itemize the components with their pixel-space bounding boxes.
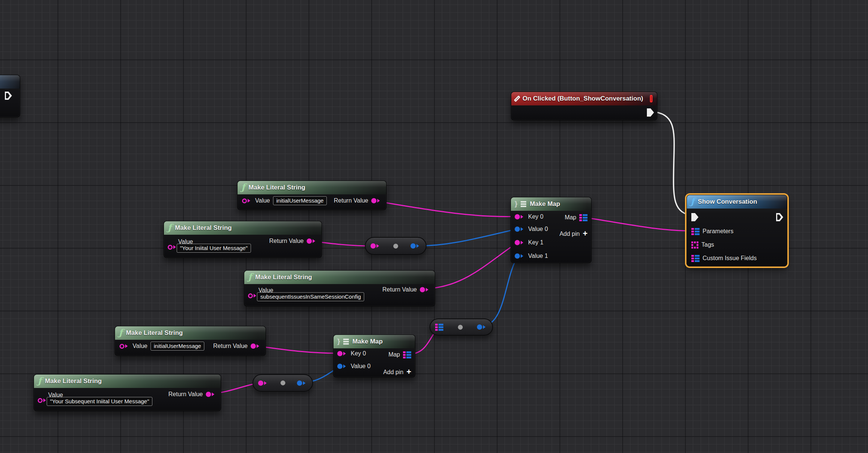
convert-out-pin[interactable] bbox=[410, 243, 421, 249]
convert-out-pin[interactable] bbox=[297, 380, 307, 386]
node-title: Make Map bbox=[530, 200, 560, 208]
return-value-pin[interactable] bbox=[307, 238, 317, 244]
value-input[interactable]: subsequentIssuesInSameSessionConfig bbox=[257, 292, 364, 301]
parameters-map-pin-icon[interactable] bbox=[691, 228, 700, 235]
partial-node-header bbox=[0, 75, 20, 89]
return-row: Return Value bbox=[269, 236, 317, 246]
exec-in-pin[interactable] bbox=[691, 213, 698, 221]
value-input[interactable]: initialUserMessage bbox=[273, 196, 327, 205]
convert-node-3[interactable] bbox=[252, 374, 313, 392]
key0-label: Key 0 bbox=[528, 213, 543, 220]
node-show-conversation[interactable]: ƒ Show Conversation Parameters Tags Cust… bbox=[686, 195, 787, 266]
tags-row: Tags bbox=[691, 240, 714, 250]
custom-issue-fields-map-pin-icon[interactable] bbox=[691, 255, 700, 262]
key1-pin[interactable] bbox=[515, 240, 525, 245]
node-make-literal-string-5[interactable]: ƒ Make Literal String Value "Your Subseq… bbox=[34, 374, 221, 411]
wire-map-makemap1-to-showconversation-parameters[interactable] bbox=[583, 217, 693, 231]
node-header: ƒ Make Literal String bbox=[34, 375, 221, 388]
add-pin-button[interactable]: + bbox=[406, 368, 411, 376]
convert-in-pin[interactable] bbox=[258, 380, 269, 386]
return-row: Return Value bbox=[168, 389, 216, 399]
return-value-label: Return Value bbox=[269, 238, 304, 244]
convert-dot-icon bbox=[393, 244, 398, 249]
value-label: Value bbox=[255, 197, 270, 204]
value1-label: Value 1 bbox=[528, 253, 548, 259]
return-value-pin[interactable] bbox=[420, 287, 430, 292]
wire-string-mls1-to-makemap1-key0[interactable] bbox=[376, 201, 518, 216]
convert-in-map-pin-icon[interactable] bbox=[435, 324, 443, 331]
tags-label: Tags bbox=[701, 241, 714, 248]
node-make-literal-string-4[interactable]: ƒ Make Literal String Value initialUserM… bbox=[115, 326, 266, 356]
return-row: Return Value bbox=[213, 341, 261, 351]
node-make-map-1[interactable]: } Make Map Key 0 Value 0 Key 1 Value 1 M… bbox=[511, 197, 592, 263]
map-out-label: Map bbox=[565, 214, 576, 221]
add-pin-label: Add pin bbox=[383, 369, 403, 376]
add-pin-button[interactable]: + bbox=[583, 229, 588, 238]
exec-out-pin[interactable] bbox=[5, 92, 12, 100]
return-value-pin[interactable] bbox=[371, 198, 382, 203]
value0-row: Value 0 bbox=[337, 361, 371, 371]
exec-out-pin[interactable] bbox=[647, 108, 654, 117]
function-icon: ƒ bbox=[248, 272, 252, 281]
return-value-label: Return Value bbox=[213, 343, 248, 349]
value-row: Value initialUserMessage bbox=[242, 196, 327, 206]
value-pin[interactable] bbox=[120, 344, 130, 349]
key0-row: Key 0 bbox=[337, 349, 366, 358]
node-title: Make Literal String bbox=[45, 378, 102, 385]
delegate-pin-icon[interactable] bbox=[650, 95, 652, 102]
custom-issue-fields-row: Custom Issue Fields bbox=[691, 253, 757, 263]
key1-row: Key 1 bbox=[515, 238, 543, 247]
map-out-row: Map bbox=[388, 350, 411, 360]
partial-node[interactable] bbox=[0, 75, 20, 117]
exec-out-pin[interactable] bbox=[776, 213, 783, 221]
add-pin-row: Add pin + bbox=[559, 229, 588, 239]
value0-row: Value 0 bbox=[515, 224, 548, 234]
value-pin[interactable] bbox=[248, 293, 258, 298]
wire-object-convert1-to-makemap1-value0[interactable] bbox=[418, 229, 518, 246]
value0-label: Value 0 bbox=[351, 363, 371, 370]
value-pin[interactable] bbox=[38, 398, 48, 403]
node-title: Make Literal String bbox=[175, 224, 232, 232]
wire-string-mls4-to-makemap2-key0[interactable] bbox=[255, 346, 341, 353]
node-header: ƒ Make Literal String bbox=[244, 271, 435, 284]
node-header: ƒ Make Literal String bbox=[115, 326, 266, 340]
map-pin-icon[interactable] bbox=[403, 351, 411, 358]
tags-set-pin-icon[interactable] bbox=[691, 241, 698, 249]
key0-pin[interactable] bbox=[337, 351, 348, 356]
parameters-label: Parameters bbox=[703, 228, 734, 235]
convert-out-pin[interactable] bbox=[477, 324, 487, 330]
convert-node-1[interactable] bbox=[365, 237, 427, 255]
wire-object-convert2-to-makemap1-value1[interactable] bbox=[483, 256, 518, 326]
convert-dot-icon bbox=[458, 325, 463, 330]
node-make-literal-string-1[interactable]: ƒ Make Literal String Value initialUserM… bbox=[237, 181, 387, 210]
convert-in-pin[interactable] bbox=[371, 243, 381, 249]
value-input[interactable]: "Your Iniital User Message" bbox=[177, 244, 251, 253]
add-pin-label: Add pin bbox=[559, 231, 580, 237]
convert-node-2[interactable] bbox=[430, 318, 493, 336]
node-make-map-2[interactable]: } Make Map Key 0 Value 0 Map Add pin + bbox=[333, 335, 415, 378]
blueprint-graph-canvas[interactable]: On Clicked (Button_ShowConversation) ƒ M… bbox=[0, 0, 868, 453]
value0-label: Value 0 bbox=[528, 226, 548, 232]
node-make-literal-string-3[interactable]: ƒ Make Literal String Value subsequentIs… bbox=[244, 270, 435, 306]
value1-pin[interactable] bbox=[515, 253, 525, 259]
return-value-label: Return Value bbox=[334, 197, 368, 204]
return-value-pin[interactable] bbox=[251, 343, 261, 349]
value-input[interactable]: "Your Subsequent Iniital User Message" bbox=[47, 397, 152, 406]
value-pin-row bbox=[248, 291, 258, 301]
return-value-pin[interactable] bbox=[206, 392, 216, 397]
value-pin[interactable] bbox=[168, 245, 178, 250]
function-icon: ƒ bbox=[119, 328, 123, 337]
node-make-literal-string-2[interactable]: ƒ Make Literal String Value "Your Iniita… bbox=[164, 221, 322, 258]
value0-pin[interactable] bbox=[515, 226, 525, 232]
node-title: Make Map bbox=[352, 338, 382, 345]
function-icon: ƒ bbox=[691, 197, 694, 206]
node-title: Make Literal String bbox=[248, 184, 305, 191]
wire-string-mls3-to-makemap1-key1[interactable] bbox=[422, 242, 518, 289]
map-pin-icon[interactable] bbox=[579, 214, 588, 221]
value-pin[interactable] bbox=[242, 198, 252, 203]
value-input[interactable]: initialUserMessage bbox=[151, 342, 205, 351]
node-event-on-clicked[interactable]: On Clicked (Button_ShowConversation) bbox=[511, 92, 657, 120]
key0-pin[interactable] bbox=[515, 214, 525, 219]
value0-pin[interactable] bbox=[337, 364, 348, 369]
custom-issue-fields-label: Custom Issue Fields bbox=[703, 255, 757, 262]
